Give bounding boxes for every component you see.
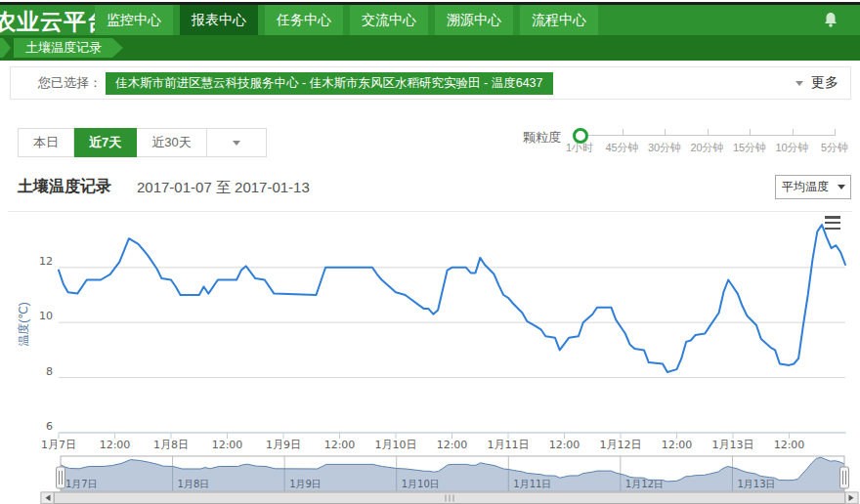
x-axis-label: 12:00 xyxy=(100,439,131,451)
breadcrumb-arrow-icon xyxy=(0,38,11,58)
selected-device-tag[interactable]: 佳木斯市前进区慧云科技服务中心 - 佳木斯市东风区水稻研究实验田 - 温度643… xyxy=(106,72,553,95)
navigator-handle-right[interactable] xyxy=(840,467,849,488)
navigator-handle-left[interactable] xyxy=(57,467,65,488)
x-axis-label: 12:00 xyxy=(549,439,580,451)
range-button-7days[interactable]: 近7天 xyxy=(74,128,137,157)
x-axis-label: 12:00 xyxy=(324,439,356,451)
x-axis-label: 12:00 xyxy=(212,439,243,451)
x-axis-label: 12:00 xyxy=(437,439,468,451)
slider-option[interactable]: 10分钟 xyxy=(771,141,814,155)
slider-tick xyxy=(708,129,709,136)
slider-tick xyxy=(793,129,794,136)
metric-select[interactable]: 平均温度 xyxy=(775,175,851,199)
range-dropdown-button[interactable] xyxy=(207,128,267,157)
top-navigation-bar: 农业云平台 监控中心 报表中心 任务中心 交流中心 溯源中心 流程中心 xyxy=(0,5,860,35)
menu-item-reports[interactable]: 报表中心 xyxy=(180,5,258,35)
x-axis-label: 1月10日 xyxy=(375,439,417,451)
x-axis-label: 1月13日 xyxy=(712,439,754,451)
caret-down-icon xyxy=(233,141,240,146)
y-axis-label: 10 xyxy=(39,310,53,322)
y-axis-title: 温度(℃) xyxy=(17,266,30,383)
date-range-buttons: 本日 近7天 近30天 xyxy=(18,128,267,157)
range-button-today[interactable]: 本日 xyxy=(18,128,74,157)
x-axis-label: 12:00 xyxy=(774,439,805,451)
menu-item-monitor[interactable]: 监控中心 xyxy=(95,5,173,35)
menu-item-communication[interactable]: 交流中心 xyxy=(350,5,428,35)
menu-item-process[interactable]: 流程中心 xyxy=(520,5,598,35)
x-axis-label: 1月11日 xyxy=(488,439,530,451)
slider-tick xyxy=(665,129,666,136)
slider-option[interactable]: 30分钟 xyxy=(643,141,686,155)
report-title: 土壤温度记录 xyxy=(18,177,111,197)
caret-down-icon xyxy=(796,81,803,86)
granularity-slider: 颗粒度 1小时 45分钟 30分钟 20分钟 15分钟 10分钟 5分钟 xyxy=(523,121,850,160)
main-menu: 监控中心 报表中心 任务中心 交流中心 溯源中心 流程中心 xyxy=(95,5,605,35)
menu-item-traceability[interactable]: 溯源中心 xyxy=(435,5,513,35)
y-axis-label: 6 xyxy=(46,420,53,433)
temperature-chart: 1210861月7日12:001月8日12:001月9日12:001月10日12… xyxy=(0,211,860,504)
x-axis-label: 12:00 xyxy=(662,439,693,451)
breadcrumb-current[interactable]: 土壤温度记录 xyxy=(14,38,123,58)
x-axis-label: 1月12日 xyxy=(600,439,642,451)
page: 农业云平台 监控中心 报表中心 任务中心 交流中心 溯源中心 流程中心 土壤温度… xyxy=(0,0,860,504)
y-axis-label: 12 xyxy=(39,255,53,268)
granularity-label: 颗粒度 xyxy=(523,129,561,147)
more-button[interactable]: 更多 xyxy=(796,67,838,99)
range-button-30days[interactable]: 近30天 xyxy=(137,128,206,157)
bell-icon[interactable] xyxy=(823,12,838,28)
y-axis-label: 8 xyxy=(46,365,53,378)
slider-option[interactable]: 45分钟 xyxy=(601,141,644,155)
temperature-line xyxy=(59,225,845,372)
slider-tick xyxy=(835,129,836,136)
chart-export-menu-icon[interactable] xyxy=(825,216,842,230)
report-date-range: 2017-01-07 至 2017-01-13 xyxy=(137,179,310,197)
slider-option[interactable]: 15分钟 xyxy=(728,141,771,155)
x-axis-label: 1月9日 xyxy=(266,439,301,451)
selection-label: 您已选择： xyxy=(38,74,102,92)
selection-bar: 您已选择： 佳木斯市前进区慧云科技服务中心 - 佳木斯市东风区水稻研究实验田 -… xyxy=(10,66,851,100)
navigator-area[interactable] xyxy=(61,457,844,491)
breadcrumb-bar: 土壤温度记录 xyxy=(0,35,860,61)
slider-option[interactable]: 20分钟 xyxy=(686,141,729,155)
slider-tick xyxy=(623,129,624,136)
x-axis-label: 1月7日 xyxy=(41,439,76,451)
x-axis-label: 1月8日 xyxy=(153,439,189,451)
slider-tick xyxy=(750,129,751,136)
slider-handle[interactable] xyxy=(573,128,588,144)
menu-item-tasks[interactable]: 任务中心 xyxy=(265,5,343,35)
caret-down-icon xyxy=(838,185,845,189)
slider-option[interactable]: 5分钟 xyxy=(813,141,856,155)
